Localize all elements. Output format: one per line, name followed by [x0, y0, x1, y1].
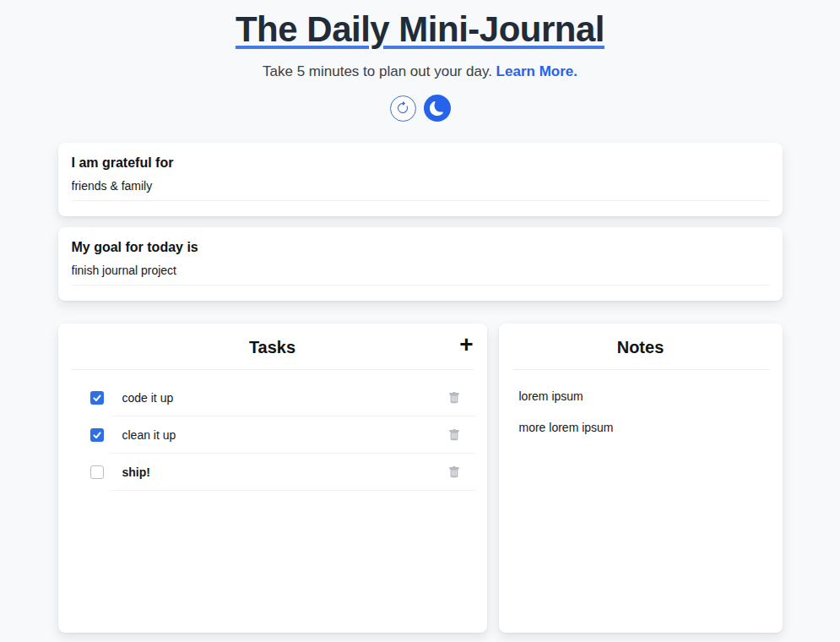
goal-label: My goal for today is: [72, 240, 769, 255]
task-label[interactable]: code it up: [109, 391, 448, 405]
task-label[interactable]: clean it up: [109, 428, 448, 442]
notes-title: Notes: [512, 338, 769, 356]
trash-icon: [448, 392, 460, 404]
columns: Tasks + code it up: [58, 324, 783, 633]
task-checkbox[interactable]: [90, 465, 104, 479]
header-buttons: [58, 95, 783, 122]
moon-icon: [430, 101, 444, 116]
task-line: code it up: [109, 379, 475, 416]
delete-task-button[interactable]: [448, 392, 460, 404]
notes-line: more lorem ipsum: [519, 412, 762, 443]
task-row: clean it up: [90, 416, 475, 454]
task-line: clean it up: [109, 416, 475, 454]
notes-card: Notes lorem ipsummore lorem ipsum: [499, 324, 783, 633]
goal-card: My goal for today is: [58, 227, 783, 301]
tasks-header: Tasks +: [72, 338, 474, 370]
goal-input[interactable]: [72, 264, 769, 286]
task-checkbox[interactable]: [90, 391, 104, 405]
tasks-title: Tasks: [72, 338, 474, 356]
task-checkbox[interactable]: [90, 428, 104, 442]
refresh-button[interactable]: [390, 95, 416, 122]
check-icon: [92, 393, 102, 403]
gratitude-card: I am grateful for: [58, 143, 783, 216]
dark-mode-button[interactable]: [424, 95, 451, 122]
notes-line: lorem ipsum: [519, 381, 762, 412]
task-line: ship!: [109, 454, 475, 491]
delete-task-button[interactable]: [448, 466, 460, 478]
task-row: ship!: [90, 454, 475, 491]
notes-header: Notes: [512, 338, 769, 370]
gratitude-label: I am grateful for: [72, 155, 769, 171]
add-task-button[interactable]: +: [459, 333, 473, 356]
trash-icon: [448, 466, 460, 478]
page-title: The Daily Mini-Journal: [236, 10, 604, 49]
trash-icon: [448, 429, 460, 441]
page: The Daily Mini-Journal Take 5 minutes to…: [58, 0, 783, 633]
subtitle: Take 5 minutes to plan out your day. Lea…: [58, 63, 783, 80]
delete-task-button[interactable]: [448, 429, 460, 441]
refresh-clockwise-icon: [396, 101, 409, 115]
notes-textarea[interactable]: lorem ipsummore lorem ipsum: [519, 381, 762, 443]
task-row: code it up: [90, 379, 475, 416]
task-label[interactable]: ship!: [109, 465, 448, 479]
task-list: code it up clean it up: [58, 379, 487, 491]
tasks-card: Tasks + code it up: [58, 324, 487, 633]
subtitle-text: Take 5 minutes to plan out your day.: [263, 63, 492, 79]
gratitude-input[interactable]: [72, 179, 769, 201]
learn-more-link[interactable]: Learn More.: [496, 63, 577, 79]
check-icon: [92, 430, 102, 440]
header: The Daily Mini-Journal Take 5 minutes to…: [58, 0, 783, 122]
